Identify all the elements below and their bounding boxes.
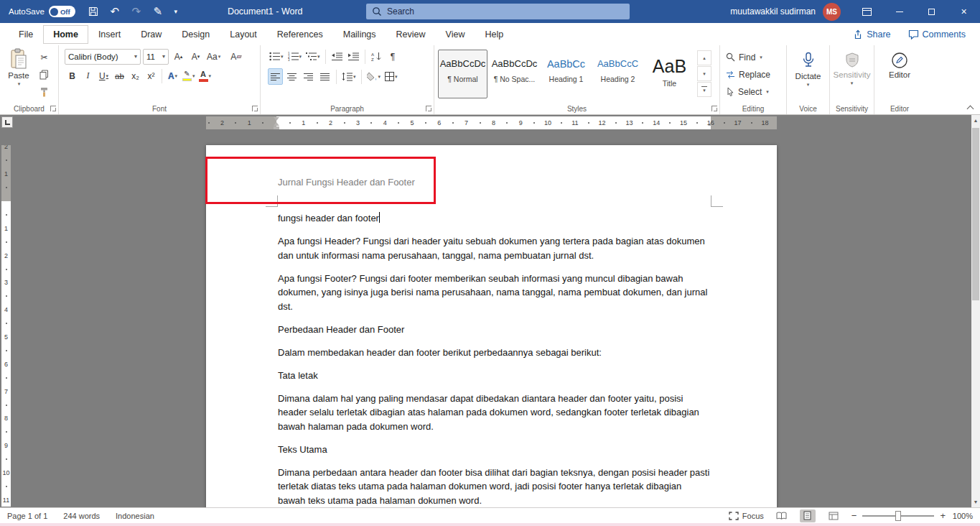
web-layout-button[interactable]	[826, 509, 841, 522]
vertical-ruler[interactable]: 211234567891011	[1, 145, 11, 507]
subscript-button[interactable]: x₂	[128, 68, 143, 84]
zoom-in-button[interactable]: +	[940, 510, 946, 521]
borders-button[interactable]: ▾	[383, 68, 399, 85]
ribbon-tab-layout[interactable]: Layout	[220, 25, 267, 44]
underline-button[interactable]: U▾	[96, 68, 111, 84]
show-formatting-button[interactable]: ¶	[386, 48, 401, 65]
cursor-line[interactable]: fungsi header dan footer	[278, 211, 711, 226]
scroll-down-button[interactable]: ▼	[971, 497, 980, 507]
align-right-button[interactable]	[301, 68, 316, 85]
style-item-normal[interactable]: AaBbCcDc ¶ Normal	[438, 50, 487, 98]
search-input[interactable]	[387, 6, 602, 17]
paragraph[interactable]: Perbedaan Header dan Footer	[278, 323, 711, 337]
paragraph[interactable]: Dimana perbedaan antara header dan foote…	[278, 466, 711, 508]
style-gallery-more-button[interactable]: ▾	[697, 82, 711, 97]
search-box[interactable]	[366, 4, 630, 19]
read-mode-button[interactable]	[774, 509, 790, 522]
font-dialog-launcher[interactable]	[252, 106, 258, 111]
style-item-title[interactable]: AaB Title	[645, 50, 694, 98]
format-painter-button[interactable]	[37, 84, 52, 100]
align-center-button[interactable]	[284, 68, 299, 85]
style-item-no-spacing[interactable]: AaBbCcDc ¶ No Spac...	[490, 50, 539, 98]
collapse-ribbon-button[interactable]	[967, 104, 974, 111]
styles-dialog-launcher[interactable]	[711, 106, 717, 111]
ribbon-tab-help[interactable]: Help	[475, 25, 513, 44]
numbering-button[interactable]: 123 ▾	[286, 48, 304, 65]
avatar[interactable]: MS	[823, 3, 841, 21]
style-item-heading-2[interactable]: AaBbCcC Heading 2	[593, 50, 643, 98]
focus-button[interactable]: Focus	[729, 512, 764, 520]
scrollbar-track[interactable]	[971, 126, 980, 497]
close-button[interactable]: ×	[948, 0, 980, 23]
undo-button[interactable]: ↶	[104, 0, 126, 23]
account-name[interactable]: muutawakkil sudirman	[730, 6, 816, 17]
minimize-button[interactable]	[883, 0, 915, 23]
ribbon-display-options-button[interactable]	[851, 0, 883, 23]
zoom-slider[interactable]	[862, 515, 934, 517]
paragraph[interactable]: Tata letak	[278, 369, 711, 383]
save-button[interactable]	[83, 0, 104, 23]
pen-button[interactable]: ✎	[147, 0, 169, 23]
first-line-indent-marker[interactable]	[274, 117, 279, 121]
replace-button[interactable]: Replace	[726, 67, 786, 82]
ribbon-tab-mailings[interactable]: Mailings	[333, 25, 386, 44]
paragraph[interactable]: Dalam membedakan header dan footer berik…	[278, 346, 711, 360]
strikethrough-button[interactable]: ab	[112, 68, 127, 84]
dictate-button[interactable]: Dictate ▾	[790, 48, 826, 103]
editor-button[interactable]: Editor	[878, 48, 921, 103]
font-size-combo[interactable]: 11 ▾	[143, 49, 169, 65]
paragraph[interactable]: Teks Utama	[278, 443, 711, 457]
ribbon-tab-draw[interactable]: Draw	[131, 25, 172, 44]
ribbon-tab-home[interactable]: Home	[43, 25, 88, 44]
select-button[interactable]: Select ▾	[726, 84, 786, 99]
shading-button[interactable]: ▾	[365, 68, 383, 85]
grow-font-button[interactable]: A▴	[171, 48, 186, 65]
sensitivity-button[interactable]: Sensitivity ▾	[834, 48, 870, 103]
autosave-pill[interactable]: Off	[49, 6, 75, 17]
multilevel-list-button[interactable]: ▾	[304, 48, 322, 65]
language-indicator[interactable]: Indonesian	[116, 512, 154, 520]
copy-button[interactable]	[37, 67, 52, 83]
style-item-heading-1[interactable]: AaBbCc Heading 1	[541, 50, 591, 98]
align-left-button[interactable]	[268, 68, 283, 85]
style-gallery-up-button[interactable]: ▴	[697, 50, 711, 65]
maximize-button[interactable]	[915, 0, 948, 23]
ribbon-tab-view[interactable]: View	[436, 25, 475, 44]
highlight-button[interactable]: ✎ ▾	[181, 68, 197, 84]
paragraph-dialog-launcher[interactable]	[426, 106, 431, 111]
zoom-out-button[interactable]: −	[851, 510, 857, 521]
clear-formatting-button[interactable]: A	[228, 48, 243, 65]
paragraph[interactable]: Apa fungsi Footer? Fungsi dari footer me…	[278, 272, 711, 314]
find-button[interactable]: Find ▾	[726, 50, 786, 65]
tab-stop-selector[interactable]	[1, 116, 13, 128]
font-color-button[interactable]: A ▾	[197, 68, 213, 84]
ribbon-tab-design[interactable]: Design	[172, 25, 220, 44]
hanging-indent-marker[interactable]	[274, 122, 279, 126]
redo-button[interactable]: ↷	[126, 0, 147, 23]
sort-button[interactable]: AZ	[369, 48, 384, 65]
cut-button[interactable]: ✂	[37, 50, 52, 65]
vertical-scrollbar[interactable]: ▲ ▼	[971, 115, 980, 507]
ribbon-tab-file[interactable]: File	[9, 25, 43, 44]
change-case-button[interactable]: Aa▾	[205, 48, 222, 65]
print-layout-button[interactable]	[800, 509, 816, 522]
text-effects-button[interactable]: A▾	[165, 68, 180, 84]
increase-indent-button[interactable]	[346, 48, 361, 65]
customize-qat-button[interactable]: ▾	[169, 0, 183, 23]
clipboard-dialog-launcher[interactable]	[50, 106, 56, 111]
document-body[interactable]: fungsi header dan footer Apa fungsi Head…	[278, 211, 711, 507]
share-button[interactable]: Share	[853, 29, 890, 40]
zoom-level[interactable]: 100%	[951, 512, 973, 520]
superscript-button[interactable]: x²	[144, 68, 159, 84]
scroll-up-button[interactable]: ▲	[971, 115, 980, 126]
ribbon-tab-references[interactable]: References	[267, 25, 333, 44]
zoom-slider-thumb[interactable]	[895, 511, 901, 521]
ribbon-tab-insert[interactable]: Insert	[88, 25, 131, 44]
autosave-toggle[interactable]: AutoSave Off	[0, 6, 75, 17]
shrink-font-button[interactable]: A▾	[188, 48, 203, 65]
style-gallery-down-button[interactable]: ▾	[697, 66, 711, 81]
justify-button[interactable]	[317, 68, 332, 85]
paragraph[interactable]: Dimana dalam hal yang paling mendasar da…	[278, 392, 711, 434]
font-name-combo[interactable]: Calibri (Body) ▾	[65, 49, 141, 65]
bullets-button[interactable]: ▾	[268, 48, 285, 65]
